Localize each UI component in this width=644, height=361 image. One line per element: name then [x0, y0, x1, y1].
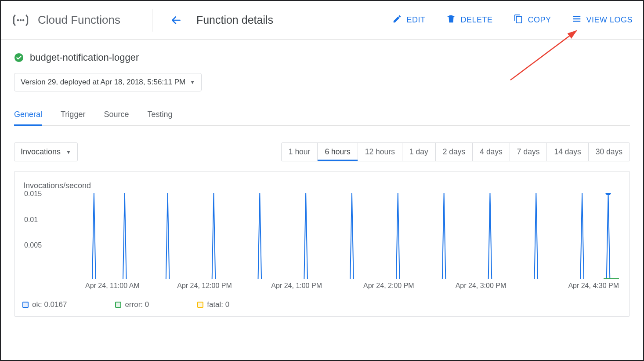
range-2-days[interactable]: 2 days: [435, 143, 473, 161]
range-1-day[interactable]: 1 day: [402, 143, 435, 161]
chart-area: 0.0050.010.015 Apr 24, 11:00 AMApr 24, 1…: [22, 193, 622, 292]
tab-source[interactable]: Source: [104, 106, 129, 125]
view-logs-label: VIEW LOGS: [586, 15, 633, 25]
logs-icon: [572, 14, 582, 26]
chevron-down-icon: ▼: [66, 149, 71, 155]
range-7-days[interactable]: 7 days: [510, 143, 547, 161]
x-tick: Apr 24, 3:00 PM: [456, 282, 507, 290]
legend-label: fatal: 0: [207, 300, 229, 309]
swatch-icon: [22, 302, 29, 308]
plot: [66, 193, 619, 279]
page-title: Function details: [196, 14, 273, 26]
y-ticks: 0.0050.010.015: [22, 193, 62, 279]
copy-icon: [514, 14, 523, 26]
pencil-icon: [392, 14, 402, 26]
legend-label: error: 0: [125, 300, 149, 309]
divider: [152, 9, 152, 32]
legend-fatal: fatal: 0: [197, 300, 229, 309]
delete-button[interactable]: DELETE: [446, 14, 492, 26]
swatch-icon: [197, 302, 203, 308]
version-dropdown[interactable]: Version 29, deployed at Apr 18, 2018, 5:…: [14, 73, 202, 91]
legend-error: error: 0: [115, 300, 149, 309]
svg-point-1: [20, 19, 22, 21]
range-14-days[interactable]: 14 days: [546, 143, 588, 161]
copy-label: COPY: [528, 15, 551, 25]
y-tick: 0.015: [24, 190, 42, 198]
version-label: Version 29, deployed at Apr 18, 2018, 5:…: [21, 78, 185, 87]
x-ticks: Apr 24, 11:00 AMApr 24, 12:00 PMApr 24, …: [66, 282, 619, 292]
trash-icon: [446, 14, 456, 26]
back-arrow-icon[interactable]: [170, 14, 182, 26]
function-name: budget-notification-logger: [30, 52, 139, 63]
legend: ok: 0.0167error: 0fatal: 0: [22, 300, 622, 309]
top-bar: Cloud Functions Function details EDIT DE…: [1, 1, 643, 40]
y-tick: 0.01: [24, 216, 38, 224]
swatch-icon: [115, 302, 121, 308]
delete-label: DELETE: [460, 15, 492, 25]
svg-rect-6: [573, 21, 581, 22]
x-tick: Apr 24, 2:00 PM: [363, 282, 414, 290]
top-actions: EDIT DELETE COPY VIEW LOGS: [392, 14, 633, 26]
tab-trigger[interactable]: Trigger: [61, 106, 85, 125]
product-name: Cloud Functions: [38, 13, 120, 27]
legend-label: ok: 0.0167: [32, 300, 67, 309]
time-range-group: 1 hour6 hours12 hours1 day2 days4 days7 …: [281, 142, 630, 161]
edit-button[interactable]: EDIT: [392, 14, 425, 26]
x-tick: Apr 24, 11:00 AM: [85, 282, 140, 290]
edit-label: EDIT: [406, 15, 425, 25]
svg-point-2: [22, 19, 25, 21]
metric-row: Invocations ▼ 1 hour6 hours12 hours1 day…: [14, 142, 630, 161]
svg-rect-5: [573, 18, 581, 19]
metric-dropdown[interactable]: Invocations ▼: [14, 142, 78, 161]
range-6-hours[interactable]: 6 hours: [317, 143, 357, 161]
range-12-hours[interactable]: 12 hours: [358, 143, 402, 161]
svg-point-9: [605, 193, 611, 195]
svg-rect-4: [573, 16, 581, 17]
range-4-days[interactable]: 4 days: [472, 143, 510, 161]
range-1-hour[interactable]: 1 hour: [282, 143, 318, 161]
chevron-down-icon: ▼: [190, 79, 195, 85]
svg-point-0: [17, 19, 19, 21]
chart-title: Invocations/second: [23, 181, 622, 190]
chart-card: Invocations/second 0.0050.010.015 Apr 24…: [14, 171, 630, 317]
y-tick: 0.005: [24, 241, 42, 249]
x-tick: Apr 24, 1:00 PM: [271, 282, 322, 290]
function-header: budget-notification-logger: [14, 52, 630, 63]
range-30-days[interactable]: 30 days: [588, 143, 630, 161]
copy-button[interactable]: COPY: [514, 14, 551, 26]
x-tick: Apr 24, 4:30 PM: [568, 282, 619, 290]
legend-ok: ok: 0.0167: [22, 300, 67, 309]
x-tick: Apr 24, 12:00 PM: [177, 282, 232, 290]
metric-label: Invocations: [21, 147, 61, 157]
tabs: GeneralTriggerSourceTesting: [14, 106, 630, 126]
view-logs-button[interactable]: VIEW LOGS: [572, 14, 633, 26]
tab-general[interactable]: General: [14, 106, 42, 126]
cloud-functions-icon: [11, 11, 30, 29]
content: budget-notification-logger Version 29, d…: [1, 40, 643, 317]
tab-testing[interactable]: Testing: [147, 106, 172, 125]
status-ok-icon: [14, 53, 24, 62]
